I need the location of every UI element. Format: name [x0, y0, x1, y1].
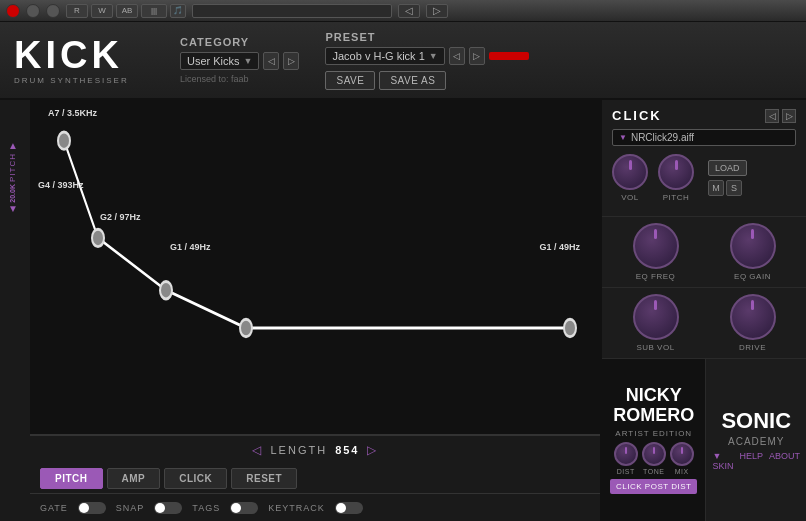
tab-reset[interactable]: RESET: [231, 468, 297, 489]
tab-amp[interactable]: AMP: [107, 468, 161, 489]
tone-group: TONE: [642, 442, 666, 475]
artist-edition: ARTIST EDITION: [615, 429, 692, 438]
tone-knob[interactable]: [642, 442, 666, 466]
help-link[interactable]: HELP: [739, 451, 763, 471]
minimize-button[interactable]: [26, 4, 40, 18]
snap-label: SNAP: [116, 503, 145, 513]
category-next[interactable]: ▷: [283, 52, 299, 70]
sonic-logo: SONIC: [721, 410, 791, 432]
drive-knob[interactable]: [730, 294, 776, 340]
tab-click[interactable]: CLICK: [164, 468, 227, 489]
titlebar-dropdown[interactable]: [192, 4, 392, 18]
save-controls: SAVE SAVE AS: [325, 71, 528, 90]
close-button[interactable]: [6, 4, 20, 18]
click-vol-knob[interactable]: [612, 154, 648, 190]
keytrack-toggle[interactable]: [335, 502, 363, 514]
svg-point-2: [160, 282, 172, 299]
pitch-area: ▲ PITCH 20.0K ▼ A7 / 3.5KHz G4 / 393Hz G…: [0, 100, 600, 521]
click-title: CLICK: [612, 108, 662, 123]
category-dropdown[interactable]: User Kicks ▼: [180, 52, 259, 70]
click-section: CLICK ◁ ▷ ▼ NRClick29.aiff VOL PITCH: [602, 100, 806, 217]
preset-section: PRESET Jacob v H-G kick 1 ▼ ◁ ▷ SAVE SAV…: [325, 31, 528, 90]
category-value: User Kicks: [187, 55, 240, 67]
click-vol-label: VOL: [621, 193, 639, 202]
sub-vol-knob[interactable]: [633, 294, 679, 340]
pitch-arrow-down: ▼: [8, 203, 18, 214]
length-prev[interactable]: ◁: [252, 443, 263, 457]
pitch-value-top: 20.0K: [9, 184, 16, 203]
preset-next[interactable]: ▷: [469, 47, 485, 65]
snap-toggle[interactable]: [154, 502, 182, 514]
pitch-label-vertical: PITCH: [8, 153, 17, 182]
eq-gain-group: EQ GAIN: [730, 223, 776, 281]
segment-icon[interactable]: 🎵: [170, 4, 186, 18]
dist-label: DIST: [617, 468, 635, 475]
bottom-tabs: PITCH AMP CLICK RESET: [30, 463, 600, 493]
tags-label: TAGS: [192, 503, 220, 513]
category-prev[interactable]: ◁: [263, 52, 279, 70]
titlebar: R W AB ||| 🎵 ◁ ▷: [0, 0, 806, 22]
envelope-svg: [30, 100, 600, 434]
about-link[interactable]: ABOUT: [769, 451, 800, 471]
dist-group: DIST: [614, 442, 638, 475]
licensed-label: Licensed to: faab: [180, 74, 299, 84]
keytrack-label: KEYTRACK: [268, 503, 325, 513]
tab-pitch[interactable]: PITCH: [40, 468, 103, 489]
eq-freq-knob[interactable]: [633, 223, 679, 269]
pitch-label-a7: A7 / 3.5KHz: [48, 108, 97, 118]
s-button[interactable]: S: [726, 180, 742, 196]
length-next[interactable]: ▷: [367, 443, 378, 457]
category-controls: User Kicks ▼ ◁ ▷: [180, 52, 299, 70]
gate-toggle[interactable]: [78, 502, 106, 514]
preset-red-bar: [489, 52, 529, 60]
titlebar-controls: R W AB ||| 🎵: [66, 4, 186, 18]
maximize-button[interactable]: [46, 4, 60, 18]
click-post-button[interactable]: CLICK POST DIST: [610, 479, 697, 494]
segment-r[interactable]: R: [66, 4, 88, 18]
nicky-logo: NICKY ROMERO: [613, 386, 694, 426]
click-vol-group: VOL: [612, 154, 648, 202]
titlebar-arrow-left[interactable]: ◁: [398, 4, 420, 18]
category-label: CATEGORY: [180, 36, 299, 48]
mix-knob[interactable]: [670, 442, 694, 466]
segment-ab[interactable]: AB: [116, 4, 138, 18]
sonic-sub: ACADEMY: [728, 436, 784, 447]
bottom-options: GATE SNAP TAGS KEYTRACK: [30, 493, 600, 521]
main: ▲ PITCH 20.0K ▼ A7 / 3.5KHz G4 / 393Hz G…: [0, 100, 806, 521]
preset-dropdown[interactable]: Jacob v H-G kick 1 ▼: [325, 47, 444, 65]
tags-toggle[interactable]: [230, 502, 258, 514]
click-file-dropdown[interactable]: ▼ NRClick29.aiff: [612, 129, 796, 146]
click-next[interactable]: ▷: [782, 109, 796, 123]
click-header: CLICK ◁ ▷: [612, 108, 796, 123]
click-pitch-label: PITCH: [663, 193, 690, 202]
nicky-section: NICKY ROMERO ARTIST EDITION DIST TONE: [602, 359, 706, 521]
drive-label: DRIVE: [739, 343, 766, 352]
sub-vol-group: SUB VOL: [633, 294, 679, 352]
nicky-knob-row: DIST TONE MIX: [614, 442, 694, 475]
segment-extra[interactable]: |||: [141, 4, 167, 18]
click-pitch-knob[interactable]: [658, 154, 694, 190]
save-as-button[interactable]: SAVE AS: [379, 71, 446, 90]
sonic-links: ▼ SKIN HELP ABOUT: [712, 451, 800, 471]
preset-prev[interactable]: ◁: [449, 47, 465, 65]
sub-section: SUB VOL DRIVE: [602, 288, 806, 359]
svg-point-3: [240, 319, 252, 336]
category-arrow: ▼: [244, 56, 253, 66]
logo-kick: KICK: [14, 36, 164, 74]
click-knob-row: VOL PITCH LOAD M S: [612, 154, 796, 202]
eq-gain-knob[interactable]: [730, 223, 776, 269]
dist-knob[interactable]: [614, 442, 638, 466]
mix-label: MIX: [675, 468, 689, 475]
header: KICK DRUM SYNTHESISER CATEGORY User Kick…: [0, 22, 806, 100]
m-button[interactable]: M: [708, 180, 724, 196]
segment-w[interactable]: W: [91, 4, 113, 18]
click-prev[interactable]: ◁: [765, 109, 779, 123]
load-button[interactable]: LOAD: [708, 160, 747, 176]
length-bar: ◁ LENGTH 854 ▷: [30, 435, 600, 463]
save-button[interactable]: SAVE: [325, 71, 375, 90]
skin-link[interactable]: ▼ SKIN: [712, 451, 733, 471]
titlebar-arrow-right[interactable]: ▷: [426, 4, 448, 18]
pitch-label-g1-right: G1 / 49Hz: [539, 242, 580, 252]
click-file-name: NRClick29.aiff: [631, 132, 694, 143]
preset-value: Jacob v H-G kick 1: [332, 50, 424, 62]
